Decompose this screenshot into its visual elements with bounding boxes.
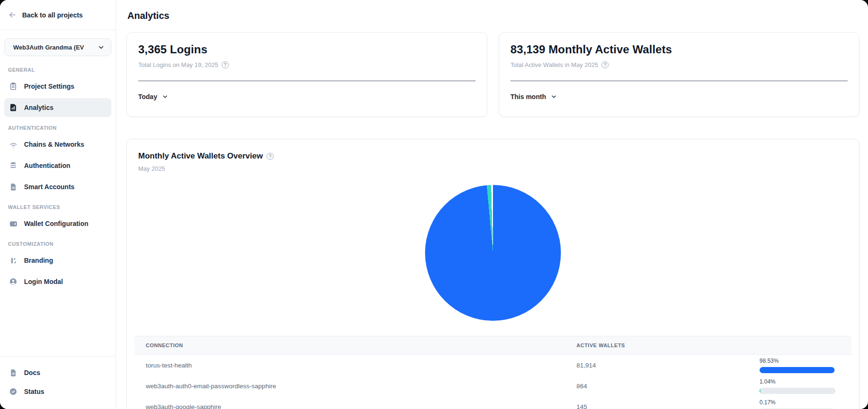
mau-overview-card: Monthly Active Wallets Overview ? May 20…: [126, 139, 860, 409]
sidebar-item-branding[interactable]: Branding: [4, 251, 111, 270]
sidebar: Back to all projects Web3Auth Grandma (E…: [0, 0, 116, 409]
app-window: Back to all projects Web3Auth Grandma (E…: [0, 0, 868, 409]
mau-stat-card: 83,139 Monthly Active Wallets Total Acti…: [499, 32, 860, 117]
range-label: This month: [510, 93, 546, 100]
active-wallets-count: 864: [576, 383, 760, 390]
stats-row: 3,365 Logins Total Logins on May 19, 202…: [126, 32, 860, 117]
active-wallets-count: 81,914: [576, 362, 760, 369]
sidebar-item-project-settings[interactable]: Project Settings: [4, 77, 111, 96]
table-header: CONNECTION ACTIVE WALLETS: [134, 336, 851, 355]
sidebar-item-label: Smart Accounts: [24, 183, 75, 191]
status-check-icon: [8, 387, 18, 396]
percent-label: 0.17%: [760, 399, 840, 406]
wallet-icon: [8, 219, 18, 228]
stat-divider: [138, 81, 476, 81]
table-row: web3auth-auth0-email-passwordless-sapphi…: [134, 376, 851, 396]
percent-label: 98.53%: [760, 358, 840, 364]
overview-title: Monthly Active Wallets Overview: [138, 151, 263, 161]
database-icon: [8, 161, 18, 170]
file-icon: [8, 182, 18, 192]
stat-divider: [510, 81, 848, 81]
sidebar-item-docs[interactable]: Docs: [4, 364, 111, 382]
section-label-customization: CUSTOMIZATION: [8, 241, 111, 247]
chevron-down-icon: [551, 93, 557, 100]
sidebar-item-label: Chains & Networks: [24, 141, 84, 148]
wifi-icon: [8, 140, 18, 149]
sidebar-item-label: Analytics: [24, 104, 53, 111]
help-icon[interactable]: ?: [222, 61, 229, 68]
sidebar-item-label: Wallet Configuration: [24, 220, 88, 227]
mau-value: 83,139 Monthly Active Wallets: [510, 43, 848, 56]
main-content: Analytics 3,365 Logins Total Logins on M…: [116, 0, 868, 409]
sidebar-item-label: Branding: [24, 257, 53, 264]
column-header-active-wallets: ACTIVE WALLETS: [576, 342, 760, 348]
project-selector-value: Web3Auth Grandma (EV: [13, 44, 84, 51]
docs-icon: [8, 368, 18, 377]
table-row: torus-test-health 81,914 98.53%: [134, 355, 851, 376]
sidebar-item-authentication[interactable]: Authentication: [4, 156, 111, 175]
percent-bar: [760, 388, 835, 394]
section-label-authentication: AUTHENTICATION: [8, 125, 111, 131]
mau-pie-chart: [425, 185, 561, 321]
column-header-connection: CONNECTION: [146, 342, 576, 348]
sidebar-item-smart-accounts[interactable]: Smart Accounts: [4, 177, 111, 196]
sidebar-item-label: Project Settings: [24, 83, 75, 90]
logins-range-dropdown[interactable]: Today: [138, 93, 168, 100]
logins-stat-card: 3,365 Logins Total Logins on May 19, 202…: [126, 32, 487, 117]
sidebar-footer: Docs Status: [0, 356, 116, 409]
back-to-projects-button[interactable]: Back to all projects: [0, 0, 116, 30]
clipboard-icon: [8, 82, 18, 91]
connection-name: web3auth-google-sapphire: [146, 403, 576, 409]
mau-subtitle: Total Active Wallets in May 2025: [510, 61, 598, 68]
user-circle-icon: [8, 277, 18, 286]
chevron-down-icon: [162, 93, 168, 100]
help-icon[interactable]: ?: [601, 61, 609, 68]
overview-subtitle: May 2025: [138, 165, 848, 172]
sidebar-item-login-modal[interactable]: Login Modal: [4, 272, 111, 291]
logins-value: 3,365 Logins: [138, 43, 476, 56]
mau-range-dropdown[interactable]: This month: [510, 93, 557, 100]
arrow-left-icon: [8, 10, 17, 19]
range-label: Today: [138, 93, 157, 100]
section-label-wallet-services: WALLET SERVICES: [8, 204, 111, 210]
active-wallets-count: 145: [576, 403, 760, 409]
section-label-general: GENERAL: [8, 67, 111, 73]
sidebar-item-label: Status: [24, 388, 44, 395]
sidebar-item-label: Docs: [24, 369, 40, 376]
sidebar-item-label: Login Modal: [24, 278, 63, 285]
sidebar-item-wallet-configuration[interactable]: Wallet Configuration: [4, 214, 111, 233]
table-row: web3auth-google-sapphire 145 0.17%: [134, 396, 851, 409]
project-selector[interactable]: Web3Auth Grandma (EV: [4, 38, 111, 56]
logins-subtitle: Total Logins on May 19, 2025: [138, 61, 218, 68]
back-to-projects-label: Back to all projects: [22, 11, 83, 19]
connection-name: web3auth-auth0-email-passwordless-sapphi…: [146, 383, 576, 390]
sidebar-item-chains-networks[interactable]: Chains & Networks: [4, 135, 111, 154]
sidebar-nav: GENERAL Project Settings Analytics AUTHE…: [0, 59, 116, 293]
brush-icon: [8, 256, 18, 265]
connection-name: torus-test-health: [146, 362, 576, 369]
analytics-icon: [8, 103, 18, 112]
sidebar-item-status[interactable]: Status: [4, 383, 111, 401]
chevron-down-icon: [98, 44, 105, 51]
help-icon[interactable]: ?: [267, 153, 274, 160]
sidebar-item-label: Authentication: [24, 162, 70, 169]
percent-bar: [760, 367, 835, 373]
page-title: Analytics: [127, 10, 860, 21]
percent-label: 1.04%: [760, 378, 840, 385]
connections-table: CONNECTION ACTIVE WALLETS torus-test-hea…: [134, 336, 851, 409]
sidebar-item-analytics[interactable]: Analytics: [4, 98, 111, 117]
